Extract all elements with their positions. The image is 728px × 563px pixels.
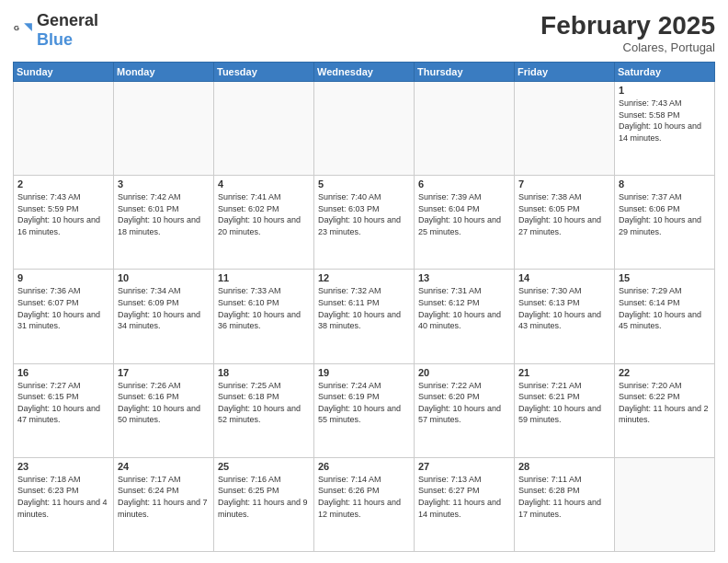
day-number: 9 [17,272,109,283]
day-info: Sunrise: 7:41 AM Sunset: 6:02 PM Dayligh… [218,191,310,237]
day-number: 24 [118,461,210,472]
calendar-cell: 11Sunrise: 7:33 AM Sunset: 6:10 PM Dayli… [214,270,314,363]
day-number: 6 [418,178,510,190]
calendar-cell: 8Sunrise: 7:37 AM Sunset: 6:06 PM Daylig… [615,176,715,270]
day-number: 1 [619,85,711,96]
day-number: 26 [318,461,410,472]
calendar-cell: 4Sunrise: 7:41 AM Sunset: 6:02 PM Daylig… [214,176,314,270]
day-number: 10 [118,272,210,283]
weekday-header-wednesday: Wednesday [314,63,415,82]
calendar-cell: 22Sunrise: 7:20 AM Sunset: 6:22 PM Dayli… [615,363,715,457]
day-info: Sunrise: 7:27 AM Sunset: 6:15 PM Dayligh… [17,380,109,426]
day-number: 8 [619,178,711,190]
day-number: 11 [218,272,310,283]
day-info: Sunrise: 7:37 AM Sunset: 6:06 PM Dayligh… [619,191,711,237]
day-info: Sunrise: 7:25 AM Sunset: 6:18 PM Dayligh… [218,380,310,426]
day-number: 7 [518,178,610,190]
calendar-cell: 14Sunrise: 7:30 AM Sunset: 6:13 PM Dayli… [515,270,615,363]
calendar-cell [214,82,314,176]
calendar-cell [314,82,415,176]
logo-blue: Blue [37,30,73,49]
svg-marker-1 [24,23,32,31]
header: G General Blue February 2025 Colares, Po… [13,11,715,54]
calendar-cell: 17Sunrise: 7:26 AM Sunset: 6:16 PM Dayli… [114,363,214,457]
day-number: 18 [218,367,310,378]
week-row-5: 23Sunrise: 7:18 AM Sunset: 6:23 PM Dayli… [14,457,715,551]
day-info: Sunrise: 7:26 AM Sunset: 6:16 PM Dayligh… [118,380,210,426]
day-info: Sunrise: 7:34 AM Sunset: 6:09 PM Dayligh… [118,285,210,331]
weekday-header-monday: Monday [114,63,214,82]
calendar-cell: 5Sunrise: 7:40 AM Sunset: 6:03 PM Daylig… [314,176,415,270]
day-number: 15 [619,272,711,283]
day-number: 2 [17,178,109,190]
calendar-cell: 24Sunrise: 7:17 AM Sunset: 6:24 PM Dayli… [114,457,214,551]
day-info: Sunrise: 7:30 AM Sunset: 6:13 PM Dayligh… [518,285,610,331]
day-number: 5 [318,178,410,190]
calendar-cell: 19Sunrise: 7:24 AM Sunset: 6:19 PM Dayli… [314,363,415,457]
day-info: Sunrise: 7:24 AM Sunset: 6:19 PM Dayligh… [318,380,410,426]
day-number: 3 [118,178,210,190]
page: G General Blue February 2025 Colares, Po… [0,0,728,563]
logo-general: General [37,11,98,29]
day-info: Sunrise: 7:13 AM Sunset: 6:27 PM Dayligh… [418,474,510,520]
day-number: 27 [418,461,510,472]
calendar-cell [415,82,515,176]
day-info: Sunrise: 7:39 AM Sunset: 6:04 PM Dayligh… [418,191,510,237]
day-number: 4 [218,178,310,190]
day-number: 19 [318,367,410,378]
day-info: Sunrise: 7:20 AM Sunset: 6:22 PM Dayligh… [619,380,711,426]
day-number: 13 [418,272,510,283]
day-number: 28 [518,461,610,472]
week-row-2: 2Sunrise: 7:43 AM Sunset: 5:59 PM Daylig… [14,176,715,270]
weekday-header-tuesday: Tuesday [214,63,314,82]
day-info: Sunrise: 7:22 AM Sunset: 6:20 PM Dayligh… [418,380,510,426]
calendar-cell: 7Sunrise: 7:38 AM Sunset: 6:05 PM Daylig… [515,176,615,270]
day-info: Sunrise: 7:43 AM Sunset: 5:59 PM Dayligh… [17,191,109,237]
calendar-cell: 2Sunrise: 7:43 AM Sunset: 5:59 PM Daylig… [14,176,114,270]
calendar-cell: 27Sunrise: 7:13 AM Sunset: 6:27 PM Dayli… [415,457,515,551]
day-info: Sunrise: 7:42 AM Sunset: 6:01 PM Dayligh… [118,191,210,237]
day-number: 20 [418,367,510,378]
calendar-cell: 15Sunrise: 7:29 AM Sunset: 6:14 PM Dayli… [615,270,715,363]
day-info: Sunrise: 7:33 AM Sunset: 6:10 PM Dayligh… [218,285,310,331]
calendar-cell: 23Sunrise: 7:18 AM Sunset: 6:23 PM Dayli… [14,457,114,551]
calendar-cell: 20Sunrise: 7:22 AM Sunset: 6:20 PM Dayli… [415,363,515,457]
day-number: 12 [318,272,410,283]
logo-text: General Blue [37,11,98,50]
logo: G General Blue [13,11,98,50]
day-info: Sunrise: 7:29 AM Sunset: 6:14 PM Dayligh… [619,285,711,331]
day-info: Sunrise: 7:17 AM Sunset: 6:24 PM Dayligh… [118,474,210,520]
week-row-4: 16Sunrise: 7:27 AM Sunset: 6:15 PM Dayli… [14,363,715,457]
weekday-header-sunday: Sunday [14,63,114,82]
calendar-cell: 25Sunrise: 7:16 AM Sunset: 6:25 PM Dayli… [214,457,314,551]
day-info: Sunrise: 7:21 AM Sunset: 6:21 PM Dayligh… [518,380,610,426]
day-number: 21 [518,367,610,378]
day-info: Sunrise: 7:31 AM Sunset: 6:12 PM Dayligh… [418,285,510,331]
calendar-cell: 26Sunrise: 7:14 AM Sunset: 6:26 PM Dayli… [314,457,415,551]
calendar-cell: 18Sunrise: 7:25 AM Sunset: 6:18 PM Dayli… [214,363,314,457]
calendar-cell: 3Sunrise: 7:42 AM Sunset: 6:01 PM Daylig… [114,176,214,270]
calendar-table: SundayMondayTuesdayWednesdayThursdayFrid… [13,62,715,552]
logo-icon: G [13,20,33,40]
calendar-cell [14,82,114,176]
day-number: 22 [619,367,711,378]
day-number: 23 [17,461,109,472]
day-info: Sunrise: 7:11 AM Sunset: 6:28 PM Dayligh… [518,474,610,520]
calendar-cell [515,82,615,176]
day-number: 14 [518,272,610,283]
day-info: Sunrise: 7:14 AM Sunset: 6:26 PM Dayligh… [318,474,410,520]
day-info: Sunrise: 7:40 AM Sunset: 6:03 PM Dayligh… [318,191,410,237]
calendar-cell: 12Sunrise: 7:32 AM Sunset: 6:11 PM Dayli… [314,270,415,363]
month-title: February 2025 [540,11,715,40]
weekday-header-friday: Friday [515,63,615,82]
day-number: 17 [118,367,210,378]
day-info: Sunrise: 7:16 AM Sunset: 6:25 PM Dayligh… [218,474,310,520]
day-info: Sunrise: 7:36 AM Sunset: 6:07 PM Dayligh… [17,285,109,331]
calendar-cell: 9Sunrise: 7:36 AM Sunset: 6:07 PM Daylig… [14,270,114,363]
calendar-cell [114,82,214,176]
calendar-cell: 16Sunrise: 7:27 AM Sunset: 6:15 PM Dayli… [14,363,114,457]
day-number: 16 [17,367,109,378]
weekday-header-row: SundayMondayTuesdayWednesdayThursdayFrid… [14,63,715,82]
title-area: February 2025 Colares, Portugal [540,11,715,54]
svg-text:G: G [14,24,19,32]
